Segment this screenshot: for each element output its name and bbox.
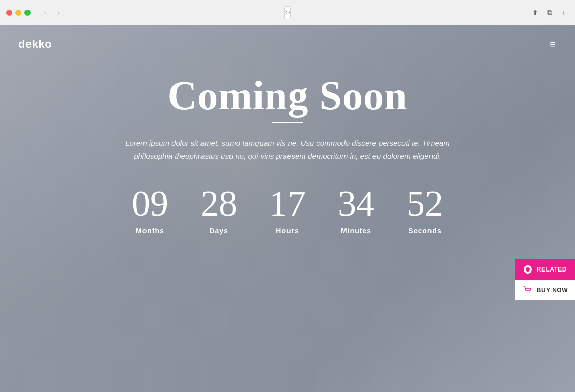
seconds-number: 52 bbox=[407, 185, 443, 222]
refresh-icon: ↻ bbox=[285, 9, 290, 16]
hero-section: Coming Soon Lorem ipsum dolor sit amet, … bbox=[65, 63, 510, 392]
subtitle-text: Lorem ipsum dolor sit amet, sumo tamquam… bbox=[120, 137, 455, 163]
countdown-minutes: 34 Minutes bbox=[322, 185, 391, 235]
countdown-seconds: 52 Seconds bbox=[391, 185, 459, 235]
title-underline bbox=[272, 122, 303, 123]
browser-nav-buttons: ‹ › bbox=[40, 7, 64, 18]
minutes-number: 34 bbox=[338, 185, 375, 222]
sidebar-buttons: RELATED BUY NOW bbox=[515, 259, 575, 300]
days-number: 28 bbox=[200, 185, 237, 222]
address-bar[interactable]: ↻ bbox=[284, 6, 291, 19]
buy-now-button[interactable]: BUY NOW bbox=[515, 280, 575, 300]
months-label: Months bbox=[136, 227, 164, 235]
traffic-lights bbox=[6, 10, 31, 16]
countdown-timer: 09 Months 28 Days 17 Hours 34 Minutes 52 bbox=[116, 185, 459, 235]
coming-soon-title: Coming Soon bbox=[167, 73, 407, 118]
back-button[interactable]: ‹ bbox=[40, 7, 51, 18]
hamburger-menu[interactable]: ≡ bbox=[550, 39, 557, 49]
share-button[interactable]: ⬆ bbox=[530, 8, 540, 18]
new-tab-button[interactable]: + bbox=[559, 8, 569, 18]
seconds-label: Seconds bbox=[408, 227, 441, 235]
related-label: RELATED bbox=[537, 266, 567, 273]
duplicate-button[interactable]: ⧉ bbox=[544, 8, 555, 18]
minutes-label: Minutes bbox=[341, 227, 371, 235]
minimize-button[interactable] bbox=[15, 10, 21, 16]
svg-point-1 bbox=[526, 267, 530, 272]
countdown-months: 09 Months bbox=[116, 185, 185, 235]
cart-icon-svg bbox=[523, 286, 532, 295]
buy-label: BUY NOW bbox=[537, 287, 568, 294]
days-label: Days bbox=[209, 227, 228, 235]
countdown-days: 28 Days bbox=[185, 185, 253, 235]
svg-point-2 bbox=[526, 292, 527, 293]
fullscreen-button[interactable] bbox=[24, 10, 31, 16]
countdown-hours: 17 Hours bbox=[253, 185, 322, 235]
forward-button[interactable]: › bbox=[53, 7, 64, 18]
close-button[interactable] bbox=[6, 10, 12, 16]
top-nav: dekko ≡ bbox=[0, 25, 575, 63]
hours-number: 17 bbox=[269, 185, 306, 222]
browser-actions: ⬆ ⧉ + bbox=[530, 8, 569, 18]
hours-label: Hours bbox=[276, 227, 299, 235]
website: dekko ≡ Coming Soon Lorem ipsum dolor si… bbox=[0, 25, 575, 392]
browser-chrome: ‹ › ↻ ⬆ ⧉ + bbox=[0, 0, 575, 25]
related-icon bbox=[523, 264, 533, 275]
svg-point-3 bbox=[529, 292, 530, 293]
months-number: 09 bbox=[132, 185, 168, 222]
related-icon-svg bbox=[523, 265, 532, 274]
website-content: dekko ≡ Coming Soon Lorem ipsum dolor si… bbox=[0, 25, 575, 392]
logo: dekko bbox=[18, 38, 52, 51]
cart-icon bbox=[523, 285, 533, 295]
related-button[interactable]: RELATED bbox=[515, 259, 575, 280]
